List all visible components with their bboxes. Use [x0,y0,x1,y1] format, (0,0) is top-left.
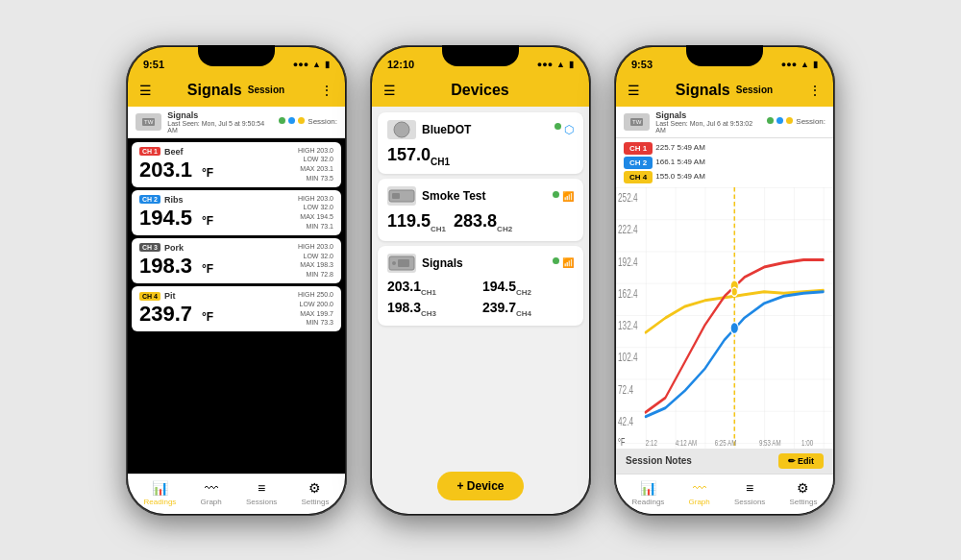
battery-icon: ▮ [325,60,330,69]
sessions-icon-3: ≡ [746,480,753,496]
tab-readings-3[interactable]: 📊 Readings [632,480,665,506]
svg-point-0 [394,122,409,137]
signals-reading-4: 239.7CH4 [482,300,574,318]
readings-label-3: Readings [632,498,665,506]
bluedot-temp: 157.0CH1 [387,145,450,167]
channel-card-pork[interactable]: CH 3 Pork 198.3 °F HIGH 203.0 LOW 32.0 M… [132,238,341,283]
legend-items: CH 1 225.7 5:49 AM CH 2 166.1 5:49 AM CH… [624,142,705,183]
signals-reading-2: 194.5CH2 [482,279,574,297]
settings-icon-3: ⚙ [797,480,809,496]
nav-title-3: Signals [676,82,730,99]
device-card-signals[interactable]: Signals 📶 203.1CH1 194.5CH2 [378,246,583,327]
channel-card-beef[interactable]: CH 1 Beef 203.1 °F HIGH 203.0 LOW 32.0 M… [132,142,341,187]
ch1-unit: °F [202,166,213,180]
bluedot-dots: ⬡ [554,123,574,136]
signals-name: Signals [422,256,547,270]
add-device-button[interactable]: + Device [437,472,523,500]
status-dots-3: Session: [767,117,825,126]
svg-text:6:25 AM: 6:25 AM [715,437,737,448]
top-nav-1: ☰ Signals Session ⋮ [128,78,345,107]
ch1-label: CH 1 [139,147,160,156]
bottom-nav-3: 📊 Readings 〰 Graph ≡ Sessions ⚙ Settings [616,474,833,514]
smoketest-header: Smoke Test 📶 [387,186,574,206]
brand-label-1: TW [142,118,155,126]
status-icons-2: ●●● ▲ ▮ [537,60,574,69]
readings-label-1: Readings [144,498,177,506]
menu-icon-3[interactable]: ☰ [628,83,640,98]
device-icon-1: TW [136,113,161,131]
legend-ch4-info: 155.0 5:49 AM [655,171,705,182]
tab-graph-1[interactable]: 〰 Graph [201,480,222,506]
settings-label-1: Settings [302,498,330,506]
session-notes-label: Session Notes [626,455,692,466]
ch1-name: Beef [164,147,298,157]
signals-reading-1: 203.1CH1 [387,279,479,297]
svg-point-18 [731,287,737,296]
wifi-icon-smoketest: 📶 [562,191,574,202]
bluedot-dot-green [554,123,561,130]
channel-card-ribs[interactable]: CH 2 Ribs 194.5 °F HIGH 203.0 LOW 32.0 M… [132,190,341,235]
status-dots-1: Session: [279,117,337,126]
dot-green-3 [767,117,774,124]
time-2: 12:10 [387,59,414,70]
svg-text:42.4: 42.4 [618,415,633,427]
readings-icon-3: 📊 [640,480,656,496]
channel-list-1: CH 1 Beef 203.1 °F HIGH 203.0 LOW 32.0 M… [128,138,345,474]
svg-text:72.4: 72.4 [618,383,633,396]
signal-icon-3: ●●● [781,60,797,69]
svg-text:4:12 AM: 4:12 AM [676,437,698,448]
wifi-icon: ▲ [312,60,321,69]
sessions-icon-1: ≡ [258,480,265,496]
device-card-bluedot[interactable]: BlueDOT ⬡ 157.0CH1 [378,112,583,175]
smoketest-name: Smoke Test [422,189,547,203]
legend-ch1-info: 225.7 5:49 AM [655,142,705,153]
graph-svg-area[interactable]: 252.4 222.4 192.4 162.4 132.4 102.4 72.4… [616,187,833,449]
ch3-name: Pork [164,243,298,253]
tab-sessions-1[interactable]: ≡ Sessions [246,480,277,506]
device-icon-3: TW [624,113,650,131]
spacer-devices [378,330,583,458]
device-lastseen-1: Last Seen: Mon, Jul 5 at 9:50:54 AM [167,120,273,134]
tab-sessions-3[interactable]: ≡ Sessions [734,480,765,506]
settings-label-3: Settings [790,498,818,506]
device-name-1: Signals [167,110,273,120]
svg-text:102.4: 102.4 [618,351,638,363]
menu-icon-1[interactable]: ☰ [139,83,152,98]
signals-temp3: 198.3CH3 [387,300,479,318]
readings-icon-1: 📊 [152,480,168,496]
bluedot-reading-1: 157.0CH1 [387,145,450,167]
tab-graph-3[interactable]: 〰 Graph [689,480,710,506]
graph-label-3: Graph [689,498,710,506]
signal-icon: ●●● [293,60,308,69]
more-icon-3[interactable]: ⋮ [808,83,822,98]
more-icon-1[interactable]: ⋮ [320,83,333,98]
ch3-stats: HIGH 203.0 LOW 32.0 MAX 198.3 MIN 72.8 [298,242,333,280]
legend-ch2-info: 166.1 5:49 AM [655,157,705,167]
svg-text:1:00: 1:00 [801,437,813,448]
nav-title-1: Signals [187,82,242,99]
wifi-icon-3: ▲ [801,60,809,69]
graph-svg: 252.4 222.4 192.4 162.4 132.4 102.4 72.4… [616,187,833,449]
edit-button[interactable]: ✏ Edit [778,453,825,469]
tab-settings-3[interactable]: ⚙ Settings [790,480,818,506]
menu-icon-2[interactable]: ☰ [383,83,396,98]
svg-rect-2 [392,193,400,199]
device-card-smoketest[interactable]: Smoke Test 📶 119.5CH1 283.8CH2 [378,179,583,241]
tab-readings-1[interactable]: 📊 Readings [144,480,177,506]
smoketest-reading-1: 119.5CH1 [387,211,446,233]
phone-3: 9:53 ●●● ▲ ▮ ☰ Signals Session ⋮ TW [614,45,835,516]
ch4-name: Pit [164,291,298,301]
channel-card-pit[interactable]: CH 4 Pit 239.7 °F HIGH 250.0 LOW 200.0 M… [132,286,341,331]
ch1-stats: HIGH 203.0 LOW 32.0 MAX 203.1 MIN 73.5 [298,146,333,183]
svg-text:222.4: 222.4 [618,223,638,235]
ch4-unit: °F [202,310,213,324]
top-nav-3: ☰ Signals Session ⋮ [616,78,833,107]
battery-icon-2: ▮ [569,60,574,69]
sessions-label-3: Sessions [734,498,765,506]
settings-icon-1: ⚙ [308,480,321,496]
legend-ch4-label: CH 4 [624,171,653,183]
ch3-label: CH 3 [139,243,160,252]
devices-screen: BlueDOT ⬡ 157.0CH1 [372,107,589,514]
tab-settings-1[interactable]: ⚙ Settings [302,480,330,506]
bluedot-readings: 157.0CH1 [387,145,574,167]
